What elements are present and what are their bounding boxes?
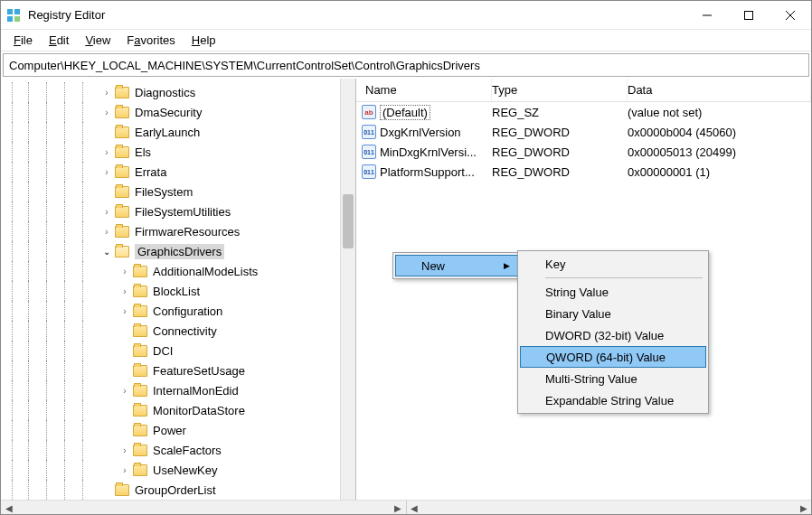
menu-file[interactable]: File: [6, 32, 40, 49]
tree-item[interactable]: ›Els: [1, 142, 355, 162]
list-body[interactable]: ab(Default)REG_SZ(value not set)011DxgKr…: [356, 102, 811, 182]
sub-binary[interactable]: Binary Value: [520, 303, 706, 324]
context-new[interactable]: New ▶: [395, 255, 518, 276]
tree-item[interactable]: ›InternalMonEdid: [1, 380, 355, 400]
tree-item[interactable]: ›Diagnostics: [1, 82, 355, 102]
chevron-right-icon[interactable]: ›: [100, 205, 113, 218]
sub-key[interactable]: Key: [520, 253, 706, 275]
value-name: DxgKrnlVersion: [380, 126, 461, 139]
list-row[interactable]: 011DxgKrnlVersionREG_DWORD0x0000b004 (45…: [356, 122, 811, 142]
chevron-right-icon[interactable]: ›: [118, 285, 131, 297]
folder-icon: [133, 445, 147, 456]
tree-item-label: GroupOrderList: [135, 483, 216, 497]
value-type: REG_SZ: [492, 106, 628, 119]
address-bar[interactable]: Computer\HKEY_LOCAL_MACHINE\SYSTEM\Curre…: [3, 53, 809, 77]
chevron-right-icon[interactable]: ›: [118, 384, 131, 397]
sub-string[interactable]: String Value: [520, 281, 706, 303]
submenu-separator: [545, 277, 703, 278]
chevron-right-icon[interactable]: ›: [100, 106, 113, 118]
chevron-right-icon[interactable]: ›: [118, 464, 131, 476]
tree-item[interactable]: FileSystem: [1, 182, 355, 201]
chevron-right-icon[interactable]: ›: [100, 225, 113, 238]
context-new-label: New: [421, 259, 445, 273]
tree-item[interactable]: ›BlockList: [1, 281, 355, 301]
tree-scrollbar[interactable]: [340, 79, 355, 500]
tree-item[interactable]: ›FileSystemUtilities: [1, 201, 355, 221]
tree-item[interactable]: Power: [1, 420, 355, 440]
tree-item[interactable]: DCI: [1, 341, 355, 360]
tree-item[interactable]: ⌄GraphicsDrivers: [1, 241, 355, 261]
menu-help[interactable]: Help: [184, 32, 223, 49]
scroll-right-icon-2[interactable]: ▶: [796, 501, 811, 515]
chevron-right-icon[interactable]: ›: [100, 165, 113, 178]
tree-item-label: BlockList: [153, 285, 200, 298]
chevron-right-icon: ▶: [504, 261, 510, 270]
menu-edit[interactable]: Edit: [42, 32, 76, 49]
maximize-button[interactable]: [728, 1, 770, 30]
svg-rect-1: [14, 9, 20, 14]
chevron-down-icon[interactable]: ⌄: [100, 245, 113, 258]
list-row[interactable]: 011PlatformSupport...REG_DWORD0x00000001…: [356, 162, 811, 182]
tree-item[interactable]: ›Configuration: [1, 301, 355, 321]
col-header-type[interactable]: Type: [492, 79, 628, 101]
tree-item[interactable]: EarlyLaunch: [1, 122, 355, 142]
tree-item[interactable]: FeatureSetUsage: [1, 360, 355, 380]
scroll-left-icon[interactable]: ◀: [1, 501, 16, 515]
list-row[interactable]: ab(Default)REG_SZ(value not set): [356, 102, 811, 122]
folder-icon: [133, 325, 147, 337]
folder-icon: [115, 186, 129, 198]
sub-multistring[interactable]: Multi-String Value: [520, 368, 706, 389]
tree-item[interactable]: ›DmaSecurity: [1, 102, 355, 122]
expander-none: [100, 483, 113, 496]
tree-item[interactable]: GroupOrderList: [1, 480, 355, 500]
list-h-track[interactable]: [422, 501, 797, 515]
tree-item-label: InternalMonEdid: [153, 384, 239, 398]
scroll-left-icon-2[interactable]: ◀: [407, 501, 422, 515]
tree-item[interactable]: ›FirmwareResources: [1, 221, 355, 241]
col-header-name[interactable]: Name: [356, 79, 492, 101]
svg-rect-0: [7, 9, 13, 14]
close-button[interactable]: [770, 1, 811, 30]
list-row[interactable]: 011MinDxgKrnlVersi...REG_DWORD0x00005013…: [356, 142, 811, 162]
list-header[interactable]: Name Type Data: [356, 79, 811, 102]
chevron-right-icon[interactable]: ›: [118, 304, 131, 317]
tree-item[interactable]: ›Errata: [1, 162, 355, 182]
expander-none: [118, 424, 131, 436]
chevron-right-icon[interactable]: ›: [118, 265, 131, 277]
tree-item-label: Diagnostics: [135, 86, 195, 99]
menu-view[interactable]: View: [78, 32, 118, 49]
value-data: (value not set): [628, 106, 811, 119]
sub-expandstring[interactable]: Expandable String Value: [520, 389, 706, 411]
binary-value-icon: 011: [362, 125, 376, 139]
context-submenu-new: Key String Value Binary Value DWORD (32-…: [517, 250, 709, 414]
scrollbar-thumb[interactable]: [343, 194, 354, 248]
chevron-right-icon[interactable]: ›: [118, 444, 131, 456]
tree[interactable]: ›Diagnostics›DmaSecurityEarlyLaunch›Els›…: [1, 79, 355, 500]
tree-item-label: Power: [153, 424, 186, 437]
tree-item[interactable]: ›UseNewKey: [1, 460, 355, 480]
folder-icon: [133, 405, 147, 417]
tree-item-label: Connectivity: [153, 324, 217, 338]
value-type: REG_DWORD: [492, 126, 628, 139]
col-header-data[interactable]: Data: [628, 79, 811, 101]
sub-dword[interactable]: DWORD (32-bit) Value: [520, 324, 706, 346]
menu-favorites[interactable]: Favorites: [119, 32, 182, 49]
horizontal-scrollbar[interactable]: ◀ ▶ ◀ ▶: [1, 500, 811, 515]
tree-item-label: FileSystemUtilities: [135, 205, 231, 219]
chevron-right-icon[interactable]: ›: [100, 145, 113, 158]
svg-rect-5: [745, 11, 753, 19]
value-data: 0x00000001 (1): [628, 165, 811, 179]
tree-item-label: DCI: [153, 344, 173, 358]
tree-item[interactable]: ›ScaleFactors: [1, 440, 355, 460]
minimize-button[interactable]: [686, 1, 728, 30]
tree-h-track[interactable]: [16, 501, 391, 515]
tree-item-label: FirmwareResources: [135, 225, 240, 239]
expander-none: [118, 404, 131, 417]
scroll-right-icon[interactable]: ▶: [391, 501, 406, 515]
tree-item[interactable]: ›AdditionalModeLists: [1, 261, 355, 281]
tree-item[interactable]: Connectivity: [1, 321, 355, 341]
sub-qword[interactable]: QWORD (64-bit) Value: [520, 346, 706, 368]
folder-icon: [133, 464, 147, 476]
tree-item[interactable]: MonitorDataStore: [1, 400, 355, 420]
chevron-right-icon[interactable]: ›: [100, 86, 113, 98]
